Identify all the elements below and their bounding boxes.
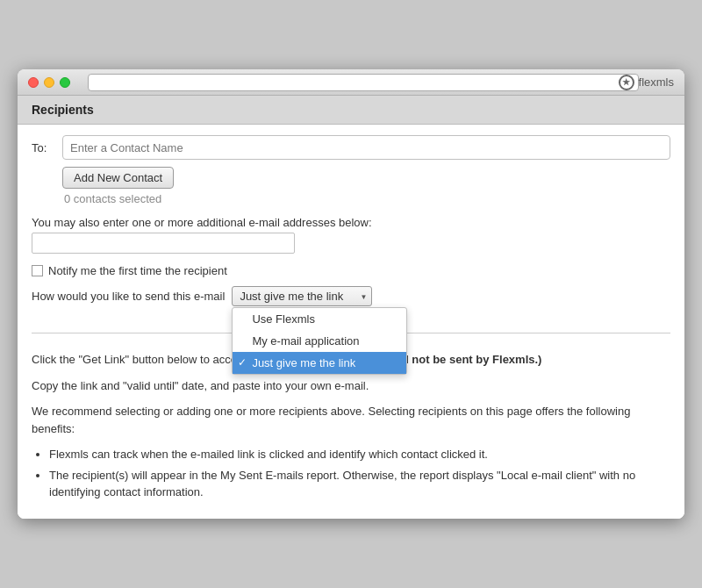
- to-label: To:: [32, 141, 54, 154]
- benefits-list: Flexmls can track when the e-mailed link…: [49, 446, 670, 501]
- info-paragraph-3: We recommend selecting or adding one or …: [32, 403, 670, 437]
- brand-label: flexmls: [639, 75, 674, 89]
- brand-icon: ★: [619, 75, 634, 90]
- dropdown-option-link[interactable]: Just give me the link: [233, 352, 406, 374]
- recipients-body: To: Add New Contact 0 contacts selected …: [18, 125, 684, 326]
- recipients-header: Recipients: [18, 96, 684, 125]
- notify-row: Notify me the first time the recipient: [32, 264, 670, 277]
- info-paragraph-2: Copy the link and "valid until" date, an…: [32, 377, 670, 395]
- notify-checkbox[interactable]: [32, 265, 43, 276]
- recipients-title: Recipients: [32, 103, 94, 117]
- contacts-selected-count: 0 contacts selected: [64, 192, 670, 205]
- send-method-dropdown[interactable]: Just give me the link: [232, 286, 372, 306]
- maximize-button[interactable]: [60, 77, 70, 88]
- notify-label: Notify me the first time the recipient: [48, 264, 227, 277]
- additional-email-input[interactable]: [32, 233, 295, 254]
- dropdown-menu: Use Flexmls My e-mail application Just g…: [232, 307, 407, 375]
- contact-name-input[interactable]: [62, 135, 670, 160]
- minimize-button[interactable]: [44, 77, 54, 88]
- address-bar[interactable]: [88, 74, 639, 91]
- main-content: Recipients To: Add New Contact 0 contact…: [18, 96, 684, 519]
- titlebar: ★ flexmls: [18, 69, 684, 96]
- additional-email-section: You may also enter one or more additiona…: [32, 216, 670, 254]
- traffic-lights: [28, 77, 70, 88]
- dropdown-option-flexmls[interactable]: Use Flexmls: [233, 308, 406, 330]
- dropdown-selected-value: Just give me the link: [240, 290, 343, 303]
- dropdown-option-email-app[interactable]: My e-mail application: [233, 330, 406, 352]
- benefit-item-1: Flexmls can track when the e-mailed link…: [49, 446, 670, 463]
- send-method-dropdown-container: Just give me the link Use Flexmls My e-m…: [232, 286, 372, 306]
- to-row: To:: [32, 135, 670, 160]
- add-new-contact-button[interactable]: Add New Contact: [62, 167, 174, 189]
- send-method-label: How would you like to send this e-mail: [32, 290, 225, 303]
- send-method-row: How would you like to send this e-mail J…: [32, 286, 670, 306]
- benefit-item-2: The recipient(s) will appear in the My S…: [49, 467, 670, 501]
- additional-email-label: You may also enter one or more additiona…: [32, 216, 670, 229]
- close-button[interactable]: [28, 77, 39, 88]
- main-window: ★ flexmls Recipients To: Add New Contact…: [18, 69, 684, 519]
- brand: ★ flexmls: [619, 75, 674, 90]
